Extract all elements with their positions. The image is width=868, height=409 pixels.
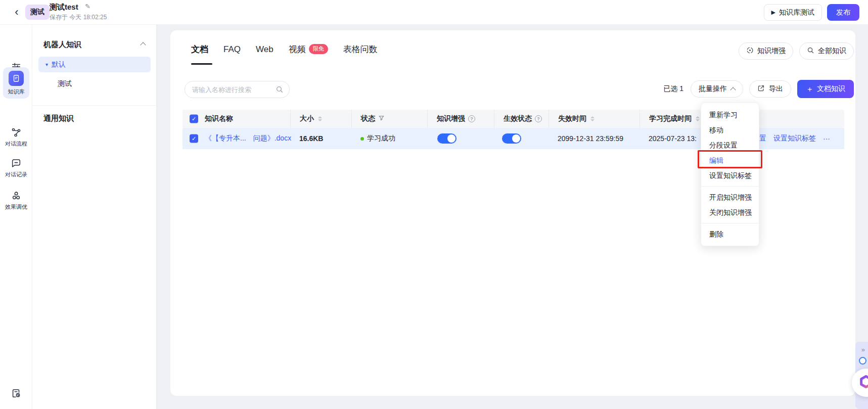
panel-item-label: 默认: [52, 60, 66, 69]
menu-item-set-tag[interactable]: 设置知识标签: [701, 168, 759, 183]
doc-tabs: 文档 FAQ Web 视频 限免 表格问数: [191, 43, 378, 55]
knowledge-panel: 机器人知识 ▾ 默认 测试 通用知识: [32, 25, 157, 409]
export-icon: [757, 84, 765, 94]
edit-title-icon[interactable]: ✎: [85, 3, 90, 10]
batch-actions-menu: 重新学习 移动 分段设置 编辑 设置知识标签 开启知识增强 关闭知识增强 删除: [701, 103, 759, 246]
chevron-up-icon[interactable]: [140, 42, 146, 48]
active-state-cell: [502, 128, 521, 149]
search-icon: [807, 47, 814, 56]
publish-button[interactable]: 发布: [827, 4, 859, 21]
file-name-link[interactable]: 《【专升本... 问题》.docx: [205, 128, 291, 149]
status-label: 学习成功: [367, 134, 395, 143]
nav-item-knowledge-base[interactable]: 知识库: [3, 67, 29, 99]
app-root: ‹ 测试 测试test ✎ 保存于 今天 18:02:25 ▶ 知识库测试 发布…: [0, 0, 868, 409]
col-expire-time[interactable]: 失效时间: [549, 110, 595, 128]
menu-item-enable-enhance[interactable]: 开启知识增强: [701, 190, 759, 205]
menu-item-delete[interactable]: 删除: [701, 226, 759, 242]
top-header: ‹ 测试 测试test ✎ 保存于 今天 18:02:25 ▶ 知识库测试 发布: [0, 0, 868, 25]
col-label: 状态: [361, 114, 375, 123]
chevron-up-icon: [730, 87, 736, 93]
nav-item-dialog-records[interactable]: 对话记录: [0, 158, 32, 178]
select-all-checkbox[interactable]: ✓: [190, 115, 198, 123]
kb-test-label: 知识库测试: [779, 8, 814, 17]
learned-time: 2025-07-23 13:: [649, 128, 697, 149]
knowledge-enhance-button[interactable]: 知识增强: [739, 42, 793, 60]
col-size[interactable]: 大小: [290, 110, 322, 128]
batch-actions-label: 批量操作: [699, 84, 727, 94]
nav-item-dialog-flow[interactable]: 对话流程: [0, 127, 32, 148]
nav-label: 对话流程: [5, 140, 27, 148]
chat-icon: [11, 158, 22, 169]
nav-item-tuning[interactable]: 效果调优: [0, 190, 32, 211]
edit-highlight-annotation: [698, 150, 762, 168]
toolbar-right: 已选 1 批量操作 导出 ＋ 文档知识: [663, 80, 854, 98]
status-cell: 学习成功: [360, 128, 395, 149]
nav-label: 对话记录: [5, 171, 27, 178]
expire-time: 2099-12-31 23:59:59: [558, 128, 623, 149]
tab-video-label: 视频: [289, 43, 306, 55]
general-knowledge-title[interactable]: 通用知识: [43, 114, 74, 123]
knowledge-actions: 知识增强 全部知识: [739, 42, 854, 60]
batch-actions-button[interactable]: 批量操作: [691, 80, 743, 98]
menu-item-disable-enhance[interactable]: 关闭知识增强: [701, 205, 759, 220]
back-icon[interactable]: ‹: [10, 5, 23, 20]
col-status[interactable]: 状态: [351, 110, 385, 128]
collapse-widget-icon[interactable]: »: [861, 346, 865, 353]
tab-table-qa[interactable]: 表格问数: [343, 43, 378, 55]
kb-test-button[interactable]: ▶ 知识库测试: [764, 4, 822, 21]
search-icon[interactable]: [276, 85, 284, 96]
hexagon-logo-icon: [859, 375, 868, 391]
search-box: [185, 81, 290, 98]
col-label: 知识增强: [437, 114, 465, 123]
add-doc-knowledge-label: 文档知识: [817, 84, 845, 94]
tab-video[interactable]: 视频 限免: [289, 43, 328, 55]
col-label: 生效状态: [504, 114, 532, 123]
all-knowledge-button[interactable]: 全部知识: [799, 42, 854, 60]
export-button[interactable]: 导出: [749, 80, 791, 98]
panel-item-default[interactable]: ▾ 默认: [38, 57, 151, 72]
active-tab-underline: [191, 63, 212, 65]
menu-item-relearn[interactable]: 重新学习: [701, 107, 759, 122]
flow-icon: [11, 127, 22, 138]
col-learned-time[interactable]: 学习完成时间: [639, 110, 700, 128]
saved-timestamp: 保存于 今天 18:02:25: [50, 13, 107, 22]
nav-item-release-notes[interactable]: [0, 388, 32, 399]
assistant-mascot[interactable]: [859, 357, 866, 365]
tab-faq[interactable]: FAQ: [223, 44, 241, 55]
publish-label: 发布: [836, 8, 850, 17]
tab-web[interactable]: Web: [256, 44, 273, 55]
book-icon: [9, 71, 24, 86]
selected-count: 已选 1: [663, 84, 683, 94]
status-dot: [360, 137, 364, 141]
search-input[interactable]: [185, 81, 290, 98]
enhance-toggle[interactable]: [437, 133, 456, 144]
page-title: 测试test: [50, 3, 78, 12]
enhance-cell: [437, 128, 456, 149]
menu-divider: [701, 223, 759, 223]
add-doc-knowledge-button[interactable]: ＋ 文档知识: [797, 80, 854, 98]
col-label: 大小: [300, 114, 314, 123]
set-tag-link[interactable]: 设置知识标签: [773, 134, 816, 143]
panel-divider: [32, 105, 157, 106]
export-label: 导出: [769, 84, 783, 94]
help-icon[interactable]: ?: [535, 115, 542, 122]
plus-icon: ＋: [806, 84, 813, 94]
sort-icon[interactable]: [696, 116, 700, 121]
col-label: 知识名称: [205, 114, 233, 123]
sort-icon[interactable]: [318, 116, 322, 121]
menu-item-move[interactable]: 移动: [701, 122, 759, 138]
sort-icon[interactable]: [590, 116, 595, 121]
row-checkbox[interactable]: ✓: [190, 134, 198, 143]
panel-item-test[interactable]: 测试: [58, 79, 72, 88]
nav-label: 知识库: [8, 88, 25, 96]
filter-icon[interactable]: [378, 115, 385, 123]
nav-label: 效果调优: [5, 203, 27, 211]
robot-knowledge-title: 机器人知识: [43, 40, 81, 50]
enhance-icon: [746, 47, 754, 56]
tab-documents[interactable]: 文档: [191, 43, 208, 55]
active-state-toggle[interactable]: [502, 133, 521, 144]
file-size: 16.6KB: [299, 128, 323, 149]
more-actions-icon[interactable]: ···: [823, 134, 830, 143]
help-icon[interactable]: ?: [468, 115, 475, 122]
doc-clock-icon: [11, 388, 22, 399]
